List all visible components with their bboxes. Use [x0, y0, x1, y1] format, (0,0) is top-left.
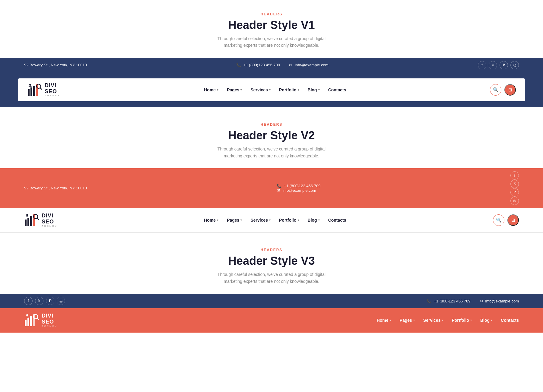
twitter-icon[interactable]: 𝕏: [489, 61, 497, 69]
nav-item-contacts[interactable]: Contacts: [328, 87, 346, 92]
grid-button[interactable]: ⊞: [504, 84, 516, 96]
header-v2-actions: 🔍 ⊞: [493, 214, 519, 226]
svg-line-5: [40, 88, 42, 89]
header-v1: 92 Bowery St., New York, NY 10013 📞 +1 (…: [0, 58, 543, 107]
pinterest-icon[interactable]: 𝗣: [510, 188, 519, 197]
nav-item-home[interactable]: Home▾: [204, 218, 218, 223]
logo-text: DIVISEO AGENCY: [42, 213, 57, 227]
nav-item-blog[interactable]: Blog▾: [308, 87, 320, 92]
section-v1-desc: Through careful selection, we've curated…: [214, 35, 329, 49]
chevron-down-icon: ▾: [318, 88, 320, 91]
nav-item-portfolio[interactable]: Portfolio▾: [452, 318, 472, 323]
nav-portfolio-label: Portfolio: [279, 218, 297, 223]
nav-services-label: Services: [250, 87, 268, 92]
twitter-icon[interactable]: 𝕏: [510, 180, 519, 188]
logo-icon: [24, 314, 39, 327]
logo-text: DIVISEO AGENCY: [45, 83, 60, 97]
logo-tagline: AGENCY: [45, 94, 60, 97]
phone-icon: 📞: [427, 299, 431, 303]
nav-item-pages[interactable]: Pages▾: [227, 218, 242, 223]
header-v3: f 𝕏 𝗣 ◎ 📞 +1 (800)123 456 789 ✉ info@exa…: [0, 294, 543, 332]
logo-name: DIVISEO: [45, 83, 60, 95]
svg-rect-15: [27, 318, 29, 326]
section-v2-label: HEADERS: [6, 122, 537, 127]
facebook-icon[interactable]: f: [510, 171, 519, 180]
section-v3-label: HEADERS: [6, 248, 537, 252]
header-v2-address: 92 Bowery St., New York, NY 10013: [24, 186, 87, 190]
nav-blog-label: Blog: [308, 218, 317, 223]
facebook-icon[interactable]: f: [24, 297, 33, 305]
page-bottom-spacer: [0, 333, 543, 351]
header-v3-contact: 📞 +1 (800)123 456 789 ✉ info@example.com: [427, 299, 519, 303]
section-v3-intro: HEADERS Header Style V3 Through careful …: [0, 233, 543, 294]
nav-list: Home▾ Pages▾ Services▾ Portfolio▾ Blog▾ …: [204, 218, 346, 223]
email-icon: ✉: [289, 63, 292, 67]
nav-item-contacts[interactable]: Contacts: [501, 318, 519, 323]
header-v3-nav-links: Home▾ Pages▾ Services▾ Portfolio▾ Blog▾ …: [377, 318, 519, 323]
pinterest-icon[interactable]: 𝗣: [500, 61, 508, 69]
nav-services-label: Services: [250, 218, 268, 223]
header-v1-email: ✉ info@example.com: [289, 63, 328, 67]
nav-item-services[interactable]: Services▾: [250, 87, 271, 92]
search-button[interactable]: 🔍: [493, 214, 504, 226]
section-v2-desc: Through careful selection, we've curated…: [214, 146, 329, 159]
header-v2-socials: f 𝕏 𝗣 ◎: [510, 171, 519, 205]
nav-blog-label: Blog: [480, 318, 490, 323]
header-v3-topbar: f 𝕏 𝗣 ◎ 📞 +1 (800)123 456 789 ✉ info@exa…: [0, 294, 543, 308]
logo-icon: [27, 83, 42, 96]
chevron-down-icon: ▾: [217, 219, 218, 222]
header-v2-topbar: 92 Bowery St., New York, NY 10013 📞 +1 (…: [0, 168, 543, 208]
instagram-icon[interactable]: ◎: [510, 61, 519, 69]
nav-home-label: Home: [204, 218, 216, 223]
chevron-down-icon: ▾: [217, 88, 218, 91]
header-v2: 92 Bowery St., New York, NY 10013 📞 +1 (…: [0, 168, 543, 232]
header-v1-contact: 📞 +1 (800)123 456 789 ✉ info@example.com: [236, 63, 329, 67]
nav-pages-label: Pages: [227, 87, 239, 92]
nav-contacts-label: Contacts: [501, 318, 519, 323]
nav-item-blog[interactable]: Blog▾: [480, 318, 492, 323]
svg-point-20: [26, 314, 28, 316]
nav-list: Home▾ Pages▾ Services▾ Portfolio▾ Blog▾ …: [204, 87, 346, 92]
nav-item-contacts[interactable]: Contacts: [328, 218, 346, 223]
header-v2-logo[interactable]: DIVISEO AGENCY: [24, 213, 57, 227]
nav-home-label: Home: [377, 318, 389, 323]
header-v2-nav-links: Home▾ Pages▾ Services▾ Portfolio▾ Blog▾ …: [204, 218, 346, 223]
header-v1-nav-wrapper: DIVISEO AGENCY Home▾ Pages▾ Services▾ Po…: [0, 72, 543, 107]
nav-item-home[interactable]: Home▾: [377, 318, 391, 323]
nav-item-pages[interactable]: Pages▾: [227, 87, 242, 92]
nav-blog-label: Blog: [308, 87, 317, 92]
twitter-icon[interactable]: 𝕏: [35, 297, 43, 305]
pinterest-icon[interactable]: 𝗣: [46, 297, 54, 305]
grid-button[interactable]: ⊞: [507, 214, 519, 226]
header-v3-nav: DIVISEO AGENCY Home▾ Pages▾ Services▾ Po…: [0, 308, 543, 332]
nav-item-blog[interactable]: Blog▾: [308, 218, 320, 223]
header-v1-nav: DIVISEO AGENCY Home▾ Pages▾ Services▾ Po…: [18, 78, 525, 101]
nav-item-home[interactable]: Home▾: [204, 87, 218, 92]
nav-item-portfolio[interactable]: Portfolio▾: [279, 87, 299, 92]
nav-item-services[interactable]: Services▾: [250, 218, 271, 223]
section-v1-intro: HEADERS Header Style V1 Through careful …: [0, 0, 543, 58]
instagram-icon[interactable]: ◎: [57, 297, 65, 305]
header-v1-logo[interactable]: DIVISEO AGENCY: [27, 83, 60, 97]
chevron-down-icon: ▾: [470, 319, 472, 322]
chevron-down-icon: ▾: [491, 319, 492, 322]
svg-point-13: [26, 214, 28, 216]
header-v3-logo[interactable]: DIVISEO AGENCY: [24, 313, 57, 327]
facebook-icon[interactable]: f: [478, 61, 486, 69]
phone-icon: 📞: [277, 184, 281, 188]
nav-item-portfolio[interactable]: Portfolio▾: [279, 218, 299, 223]
header-v2-phone: 📞 +1 (800)123 456 789: [277, 184, 320, 188]
nav-item-pages[interactable]: Pages▾: [400, 318, 415, 323]
nav-list: Home▾ Pages▾ Services▾ Portfolio▾ Blog▾ …: [377, 318, 519, 323]
section-v1-title: Header Style V1: [6, 19, 537, 32]
chevron-down-icon: ▾: [318, 219, 320, 222]
instagram-icon[interactable]: ◎: [510, 197, 519, 205]
svg-rect-7: [25, 220, 27, 226]
nav-item-services[interactable]: Services▾: [423, 318, 443, 323]
logo-tagline: AGENCY: [42, 325, 57, 328]
svg-rect-2: [33, 86, 35, 96]
section-v1-label: HEADERS: [6, 12, 537, 16]
nav-contacts-label: Contacts: [328, 87, 346, 92]
header-v2-contact: 📞 +1 (800)123 456 789 ✉ info@example.com: [277, 184, 320, 193]
search-button[interactable]: 🔍: [490, 84, 501, 96]
